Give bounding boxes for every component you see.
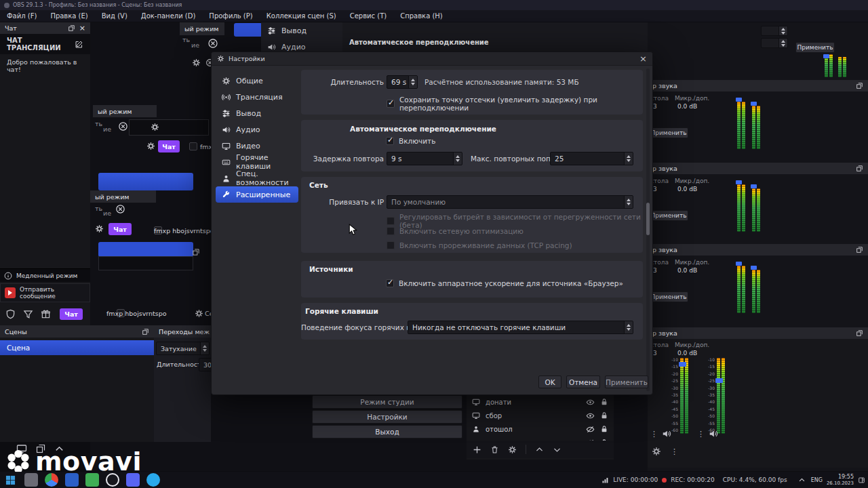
keep-cut-point-checkbox-row[interactable]: Сохранить точку отсечки (увеличить задер… [387,96,643,112]
volume-meters[interactable] [737,180,771,233]
close-icon[interactable]: × [79,24,85,33]
cancel-button[interactable]: Отмена [566,375,600,388]
dialog-scrollbar-thumb[interactable] [646,203,650,235]
settings-nav-output[interactable]: Вывод [216,105,298,121]
checkbox-checked[interactable] [386,137,394,145]
taskbar-app-1[interactable] [24,473,38,487]
studio-mode-button[interactable]: Режим студии [312,395,462,409]
retry-delay-spinner[interactable]: 9 s [387,152,462,165]
lock-icon[interactable] [600,411,608,420]
taskbar-app-7[interactable] [146,473,160,487]
menu-edit[interactable]: Правка (E) [43,12,94,20]
speaker-icon[interactable] [662,429,671,439]
ok-button[interactable]: OK [538,375,561,388]
checkbox-checked[interactable] [387,100,395,108]
add-source-icon[interactable] [473,445,481,454]
menu-tools[interactable]: Сервис (T) [343,12,393,20]
popout-icon[interactable] [192,248,200,256]
source-properties-icon[interactable] [508,445,517,454]
shield-icon[interactable] [5,309,16,319]
send-message-button[interactable]: Отправить сообщение [0,283,90,302]
eye-off-icon[interactable] [586,425,595,434]
funnel-icon[interactable] [23,309,33,319]
apply-button[interactable]: Применить [795,42,835,53]
popout-icon[interactable] [856,246,863,253]
scene-list-item[interactable]: Сцена [0,340,154,355]
apply-button[interactable]: Применить [649,127,688,138]
taskbar-app-3[interactable] [65,473,79,487]
apply-button[interactable]: Применить [649,210,688,221]
eye-icon[interactable] [586,398,595,407]
settings-nav-video[interactable]: Видео [216,138,298,154]
speaker-icon[interactable] [709,429,718,439]
disable-icon[interactable] [208,38,218,49]
settings-nav-stream[interactable]: Трансляция [216,89,298,105]
source-row[interactable]: донати [467,395,614,409]
menu-docks[interactable]: Док-панели (D) [134,12,203,20]
volume-fader-desktop[interactable] [680,358,690,434]
source-row[interactable]: сбор [467,409,614,422]
apply-button[interactable]: Применить [649,291,688,302]
taskbar-app-5[interactable] [106,473,119,487]
chat-badge-button[interactable]: Чат [158,140,180,152]
checkbox[interactable] [189,142,197,150]
dialog-scrollbar-track[interactable] [646,68,650,391]
popout-icon[interactable] [856,329,863,337]
max-retries-spinner[interactable]: 25 [550,152,633,165]
start-button[interactable] [0,475,21,485]
chat-badge-button[interactable]: Чат [60,308,83,320]
settings-nav-general[interactable]: Общие [216,73,298,89]
move-down-icon[interactable] [553,445,561,454]
bind-ip-select[interactable]: По умолчанию [387,195,633,209]
lock-icon[interactable] [600,425,608,433]
network-optimization-checkbox-row[interactable]: Включить сетевую оптимизацию [387,227,524,235]
keyboard-language[interactable]: ENG [811,477,823,483]
ghost-nav-output[interactable]: Вывод [261,22,342,39]
ghost-input[interactable] [98,256,193,270]
transition-duration-spinner[interactable]: 300 [199,358,211,371]
gear-icon[interactable] [95,224,104,233]
menu-profile[interactable]: Профиль (P) [202,12,259,20]
dots-menu-icon[interactable]: ⋮ [697,430,705,439]
duration-spinner[interactable]: 69 s [387,75,418,89]
compose-icon[interactable] [75,40,83,49]
settings-button[interactable]: Настройки [312,410,462,424]
chat-badge-button[interactable]: Чат [108,223,132,235]
volume-meters[interactable] [825,54,852,79]
tcp-pacing-checkbox-row[interactable]: Включить прореживание данных (TCP pacing… [387,241,572,249]
transition-type-select[interactable]: Затухание [156,342,210,355]
gear-icon[interactable] [652,447,661,456]
menu-help[interactable]: Справка (H) [393,12,450,20]
mixer-spinner[interactable] [761,38,788,48]
notification-center-icon[interactable] [858,476,865,484]
browser-hw-accel-checkbox-row[interactable]: Включить аппаратное ускорение для источн… [386,279,623,287]
ghost-input[interactable] [129,119,209,136]
source-row[interactable]: отошол [467,422,614,436]
reconnect-enable-checkbox-row[interactable]: Включить [386,137,435,145]
hotkey-focus-select[interactable]: Никогда не отключать горячие клавиши [408,321,633,334]
taskbar-app-4[interactable] [85,473,99,487]
eye-icon[interactable] [586,411,595,420]
settings-nav-accessibility[interactable]: Спец. возможности [216,170,298,186]
settings-nav-hotkeys[interactable]: Горячие клавиши [216,154,298,170]
popout-icon[interactable] [68,24,75,32]
dialog-titlebar[interactable]: Настройки × [212,52,652,66]
popout-icon[interactable] [856,82,863,89]
exit-button[interactable]: Выход [312,425,462,439]
settings-nav-advanced[interactable]: Расширенные [216,186,298,203]
disable-icon[interactable] [118,121,128,131]
popout-icon[interactable] [856,165,863,172]
dots-menu-icon[interactable]: ⋮ [671,447,678,456]
gear-icon[interactable] [195,309,203,318]
gift-icon[interactable] [41,309,51,319]
menu-view[interactable]: Вид (V) [95,12,134,20]
taskbar-app-2[interactable] [45,473,58,487]
popout-icon[interactable] [142,328,149,336]
tray-clock[interactable]: 19:55 26.10.2023 [827,474,854,486]
mixer-spinner[interactable] [761,26,788,36]
apply-button[interactable]: Применить [605,375,648,388]
tray-chevron-up-icon[interactable] [798,476,806,484]
gear-icon[interactable] [146,142,155,150]
dialog-close-icon[interactable]: × [639,54,647,64]
checkbox-checked[interactable] [386,279,394,287]
